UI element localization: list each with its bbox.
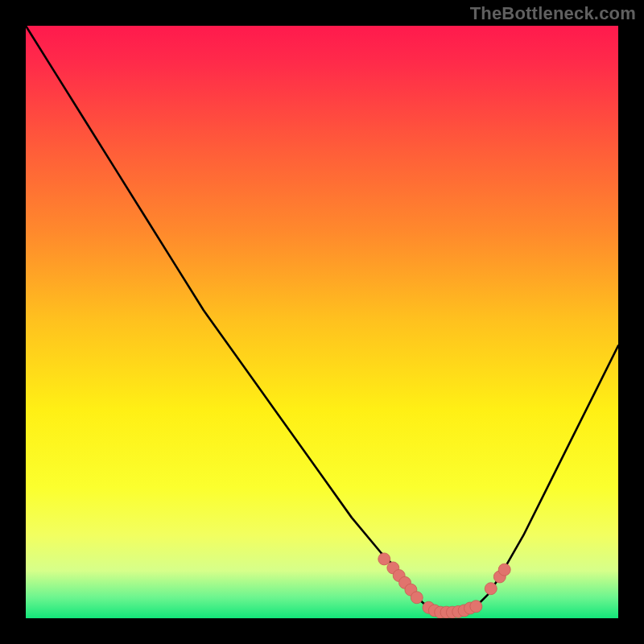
marker-point [378,553,390,565]
marker-point [470,601,482,613]
marker-point [485,583,497,595]
plot-overlay [26,26,618,618]
marker-point [411,592,423,604]
sweet-spot-markers [378,553,510,618]
chart-frame: TheBottleneck.com [0,0,644,644]
bottleneck-curve [26,26,618,613]
watermark-text: TheBottleneck.com [470,3,636,24]
marker-point [498,564,510,576]
